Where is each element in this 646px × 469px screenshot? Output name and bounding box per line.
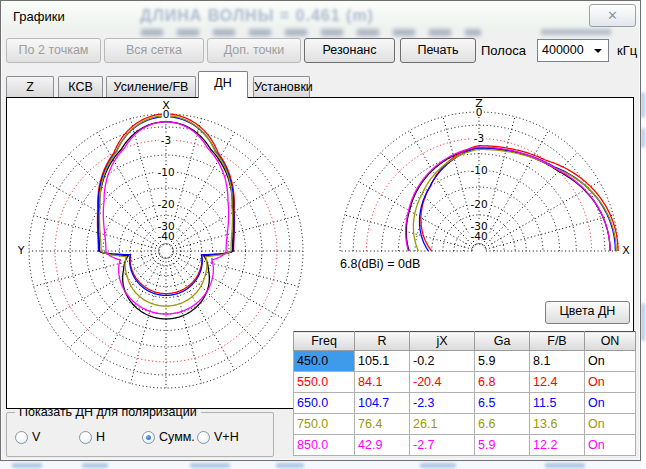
extra-points-button[interactable]: Доп. точки [207, 38, 301, 63]
tab-dn[interactable]: ДН [198, 71, 248, 98]
gain-reference-text: 6.8(dBi) = 0dB [340, 257, 420, 271]
svg-text:-20: -20 [470, 198, 487, 210]
bleed-blur-spot [541, 29, 611, 35]
tab-setup[interactable]: Установки [253, 76, 310, 97]
table-cell[interactable]: 84.1 [355, 372, 410, 393]
tab-z[interactable]: Z [6, 76, 54, 97]
radio-vh-label: V+H [214, 430, 239, 444]
svg-text:Z: Z [475, 98, 483, 110]
table-row[interactable]: 650.0104.7-2.36.511.5On [294, 393, 636, 414]
table-cell[interactable]: 12.4 [530, 372, 585, 393]
band-combobox[interactable]: 400000 [537, 39, 609, 62]
dn-colors-button[interactable]: Цвета ДН [545, 301, 630, 324]
close-icon: ✕ [607, 8, 618, 23]
table-cell[interactable]: 550.0 [294, 372, 355, 393]
tab-ksv[interactable]: КСВ [58, 76, 103, 97]
table-cell[interactable]: 6.6 [475, 414, 530, 435]
table-header-cell[interactable]: R [355, 332, 410, 351]
graphs-dialog: Графики ДЛИНА ВОЛНЫ = 0.461 (m) ✕ По 2 т… [0, 0, 641, 461]
table-cell[interactable]: 13.6 [530, 414, 585, 435]
svg-text:-40: -40 [470, 230, 487, 242]
radio-v-icon[interactable] [15, 431, 28, 444]
svg-text:-20: -20 [157, 198, 174, 210]
radio-vh[interactable]: V+H [197, 430, 239, 444]
table-cell[interactable]: -20.4 [410, 372, 475, 393]
radio-h-icon[interactable] [79, 431, 92, 444]
table-cell[interactable]: 26.1 [410, 414, 475, 435]
resonance-button[interactable]: Резонанс [304, 38, 395, 63]
radio-vh-icon[interactable] [197, 431, 210, 444]
table-header-cell[interactable]: Ga [475, 332, 530, 351]
table-cell[interactable]: -2.3 [410, 393, 475, 414]
table-cell[interactable]: 12.2 [530, 435, 585, 456]
close-button[interactable]: ✕ [589, 4, 636, 27]
table-header-cell[interactable]: Freq [294, 332, 355, 351]
background-window-bleed-right [641, 0, 646, 469]
table-cell[interactable]: -2.7 [410, 435, 475, 456]
screen: Графики ДЛИНА ВОЛНЫ = 0.461 (m) ✕ По 2 т… [0, 0, 646, 469]
band-unit-label: кГц [617, 43, 637, 58]
table-cell[interactable]: 105.1 [355, 351, 410, 372]
radio-h[interactable]: H [79, 430, 105, 444]
table-row[interactable]: 450.0105.1-0.25.98.1On [294, 351, 636, 372]
freq-table[interactable]: FreqRjXGaF/BON 450.0105.1-0.25.98.1On550… [293, 331, 636, 456]
table-cell[interactable]: 5.9 [475, 351, 530, 372]
table-cell[interactable]: 6.5 [475, 393, 530, 414]
svg-text:-3: -3 [474, 132, 484, 144]
radio-sum-label: Сумм. [159, 430, 195, 444]
table-header-cell[interactable]: F/B [530, 332, 585, 351]
table-cell[interactable]: On [585, 414, 636, 435]
points-by-2-button[interactable]: По 2 точкам [6, 38, 101, 63]
table-cell[interactable]: On [585, 351, 636, 372]
radio-sum[interactable]: Сумм. [142, 430, 195, 444]
table-row[interactable]: 750.076.426.16.613.6On [294, 414, 636, 435]
table-cell[interactable]: 76.4 [355, 414, 410, 435]
bleed-blur-row [141, 29, 481, 36]
band-label: Полоса [481, 43, 526, 58]
table-header-cell[interactable]: jX [410, 332, 475, 351]
table-cell[interactable]: 8.1 [530, 351, 585, 372]
radio-h-label: H [96, 430, 105, 444]
svg-text:-10: -10 [157, 166, 174, 178]
table-cell[interactable]: 750.0 [294, 414, 355, 435]
chevron-down-icon[interactable] [594, 49, 602, 53]
radio-sum-icon[interactable] [142, 431, 155, 444]
table-cell[interactable]: 650.0 [294, 393, 355, 414]
svg-text:-10: -10 [470, 164, 487, 176]
table-header-row: FreqRjXGaF/BON [294, 332, 636, 351]
table-row[interactable]: 550.084.1-20.46.812.4On [294, 372, 636, 393]
table-cell[interactable]: 6.8 [475, 372, 530, 393]
tab-gain-fb[interactable]: Усиление/FB [106, 76, 196, 97]
table-cell[interactable]: 450.0 [294, 351, 355, 372]
table-cell[interactable]: 11.5 [530, 393, 585, 414]
table-row[interactable]: 850.042.9-2.75.912.2On [294, 435, 636, 456]
radio-v-label: V [32, 430, 40, 444]
whole-grid-button[interactable]: Вся сетка [104, 38, 204, 63]
title-bar[interactable]: Графики ДЛИНА ВОЛНЫ = 0.461 (m) ✕ [2, 2, 639, 31]
table-cell[interactable]: 850.0 [294, 435, 355, 456]
table-cell[interactable]: On [585, 435, 636, 456]
table-cell[interactable]: On [585, 393, 636, 414]
svg-text:X: X [162, 99, 170, 112]
radio-v[interactable]: V [15, 430, 40, 444]
svg-text:X: X [622, 244, 630, 257]
bleed-watermark-text: ДЛИНА ВОЛНЫ = 0.461 (m) [140, 7, 374, 25]
table-cell[interactable]: 104.7 [355, 393, 410, 414]
table-header-cell[interactable]: ON [585, 332, 636, 351]
table-cell[interactable]: On [585, 372, 636, 393]
polarization-groupbox: Показать ДН для поляризации V H Сумм. V+… [6, 412, 274, 457]
table-cell[interactable]: 5.9 [475, 435, 530, 456]
svg-text:-3: -3 [161, 134, 171, 146]
table-cell[interactable]: 42.9 [355, 435, 410, 456]
window-title: Графики [13, 9, 65, 24]
svg-text:-40: -40 [157, 230, 174, 242]
table-cell[interactable]: -0.2 [410, 351, 475, 372]
print-button[interactable]: Печать [400, 38, 476, 63]
background-window-bleed-bottom [0, 461, 646, 469]
band-value: 400000 [542, 43, 584, 57]
svg-text:Y: Y [17, 244, 25, 257]
